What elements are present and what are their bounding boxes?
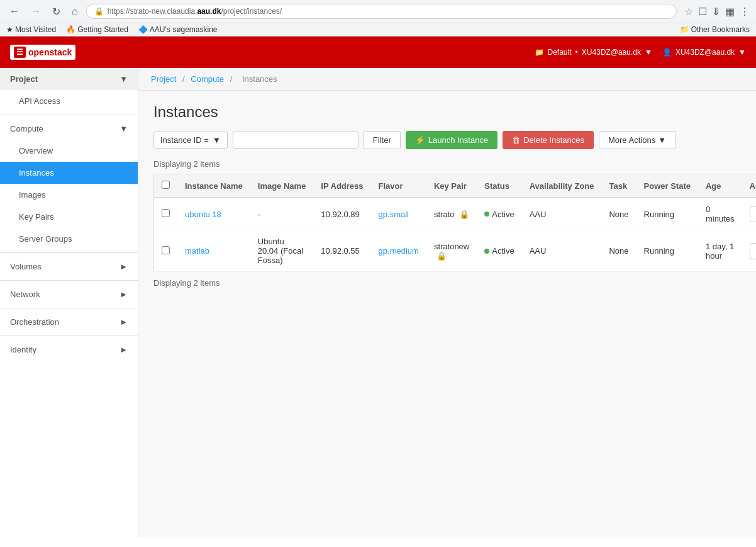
row1-flavor: gp.small <box>371 198 426 230</box>
th-flavor: Flavor <box>371 174 426 198</box>
filter-dropdown[interactable]: Instance ID = ▼ <box>153 132 228 149</box>
row2-create-snapshot-btn[interactable]: Create Snapshot <box>750 243 756 259</box>
bookmark-most-visited[interactable]: ★ Most Visited <box>6 25 56 34</box>
overview-label: Overview <box>19 146 53 155</box>
home-button[interactable]: ⌂ <box>69 4 81 18</box>
more-actions-chevron: ▼ <box>658 135 666 145</box>
sidebar-item-api-access[interactable]: API Access <box>0 90 138 112</box>
server-groups-label: Server Groups <box>19 234 72 244</box>
sidebar-item-overview[interactable]: Overview <box>0 140 138 162</box>
row2-key-pair: stratonew 🔒 <box>426 230 477 272</box>
breadcrumb-compute[interactable]: Compute <box>191 74 224 84</box>
select-all-checkbox[interactable] <box>162 181 170 189</box>
chevron-right-icon-identity: ► <box>120 345 128 354</box>
bookmark-getting-started[interactable]: 🔥 Getting Started <box>66 25 128 34</box>
separator-5 <box>0 336 138 336</box>
th-key-pair: Key Pair <box>426 174 477 198</box>
tab-grid-button[interactable]: ▦ <box>725 6 735 18</box>
compute-label: Compute <box>10 124 43 133</box>
dropdown-chevron-user: ▼ <box>738 48 746 57</box>
address-bar[interactable]: 🔒 https://strato-new.claaudia.aau.dk/pro… <box>86 4 677 19</box>
bookmark-star[interactable]: ☆ <box>684 6 693 18</box>
th-image-name: Image Name <box>250 174 314 198</box>
sidebar-item-images[interactable]: Images <box>0 184 138 206</box>
sidebar-item-orchestration[interactable]: Orchestration ► <box>0 311 138 333</box>
filter-dropdown-label: Instance ID = <box>160 135 209 145</box>
filter-dropdown-chevron: ▼ <box>213 135 221 145</box>
table-row: matlab Ubuntu 20.04 (Focal Fossa) 10.92.… <box>154 230 757 272</box>
volumes-label: Volumes <box>10 262 42 271</box>
instances-label: Instances <box>19 168 54 178</box>
row1-flavor-link[interactable]: gp.small <box>379 210 409 219</box>
main-layout: Project ▼ API Access Compute ▼ Overview … <box>0 68 756 537</box>
sidebar-item-instances[interactable]: Instances <box>0 162 138 184</box>
displaying-count-bottom: Displaying 2 items <box>153 278 741 288</box>
filter-input[interactable] <box>233 132 359 149</box>
row2-instance-link[interactable]: matlab <box>185 246 209 256</box>
status-dot-2 <box>484 249 489 254</box>
toolbar: Instance ID = ▼ Filter ⚡ Launch Instance… <box>153 131 741 149</box>
displaying-count-top: Displaying 2 items <box>153 159 741 169</box>
row1-checkbox[interactable] <box>162 209 170 217</box>
breadcrumb-project[interactable]: Project <box>151 74 176 84</box>
filter-btn-label: Filter <box>373 135 391 145</box>
orchestration-label: Orchestration <box>10 317 59 327</box>
more-actions-button[interactable]: More Actions ▼ <box>599 131 675 149</box>
extensions-button[interactable]: ☐ <box>698 6 707 18</box>
row1-instance-name: ubuntu 18 <box>177 198 250 230</box>
user-icon: 👤 <box>662 48 672 57</box>
user-env-selector[interactable]: 📁 Default • XU43DZ@aau.dk ▼ <box>535 48 652 57</box>
download-button[interactable]: ⇓ <box>712 6 720 18</box>
row2-status: Active <box>477 230 521 272</box>
row2-flavor-link[interactable]: gp.medium <box>379 246 419 256</box>
th-ip-address: IP Address <box>313 174 370 198</box>
separator-1 <box>0 115 138 115</box>
th-status: Status <box>477 174 521 198</box>
row1-status: Active <box>477 198 521 230</box>
sidebar-item-network[interactable]: Network ► <box>0 283 138 305</box>
row1-key-pair: strato 🔒 <box>426 198 477 230</box>
row2-task: None <box>601 230 636 272</box>
th-checkbox <box>154 174 178 198</box>
row1-image-name: - <box>250 198 314 230</box>
row2-checkbox[interactable] <box>162 246 170 254</box>
sidebar-item-key-pairs[interactable]: Key Pairs <box>0 206 138 228</box>
row1-checkbox-cell <box>154 198 178 230</box>
user-menu[interactable]: 👤 XU43DZ@aau.dk ▼ <box>662 48 746 57</box>
table-head: Instance Name Image Name IP Address Flav… <box>154 174 757 198</box>
row2-actions: Create Snapshot ▼ <box>742 230 756 272</box>
browser-toolbar: ← → ↻ ⌂ 🔒 https://strato-new.claaudia.aa… <box>0 0 756 23</box>
th-instance-name: Instance Name <box>177 174 250 198</box>
back-button[interactable]: ← <box>6 4 23 18</box>
th-task: Task <box>601 174 636 198</box>
sidebar-item-volumes[interactable]: Volumes ► <box>0 256 138 278</box>
delete-instances-button[interactable]: 🗑 Delete Instances <box>503 131 594 149</box>
row1-instance-link[interactable]: ubuntu 18 <box>185 210 221 219</box>
browser-chrome: ← → ↻ ⌂ 🔒 https://strato-new.claaudia.aa… <box>0 0 756 37</box>
row1-action-group: Create Snapshot ▼ <box>750 206 756 222</box>
launch-icon: ⚡ <box>415 135 425 145</box>
bookmark-aau-search[interactable]: 🔷 AAU's søgemaskine <box>138 25 218 34</box>
row1-actions: Create Snapshot ▼ <box>742 198 756 230</box>
sidebar-item-project[interactable]: Project ▼ <box>0 68 138 90</box>
user-top-right: XU43DZ@aau.dk <box>675 48 735 57</box>
table-body: ubuntu 18 - 10.92.0.89 gp.small strato 🔒 <box>154 198 757 272</box>
network-label: Network <box>10 290 40 299</box>
sidebar-item-identity[interactable]: Identity ► <box>0 339 138 361</box>
reload-button[interactable]: ↻ <box>49 4 64 19</box>
row2-az: AAU <box>522 230 602 272</box>
delete-btn-label: Delete Instances <box>523 135 584 145</box>
user-email-header: XU43DZ@aau.dk <box>582 48 641 57</box>
more-options-button[interactable]: ⋮ <box>740 6 750 18</box>
default-label: Default <box>548 48 572 57</box>
row1-az: AAU <box>522 198 602 230</box>
launch-instance-button[interactable]: ⚡ Launch Instance <box>406 131 498 149</box>
row2-instance-name: matlab <box>177 230 250 272</box>
filter-button[interactable]: Filter <box>364 131 401 149</box>
chevron-down-icon: ▼ <box>120 74 128 84</box>
forward-button[interactable]: → <box>28 4 44 18</box>
sidebar-item-server-groups[interactable]: Server Groups <box>0 228 138 250</box>
sidebar-item-compute[interactable]: Compute ▼ <box>0 118 138 140</box>
row1-create-snapshot-btn[interactable]: Create Snapshot <box>750 206 756 222</box>
bookmark-other[interactable]: 📁 Other Bookmarks <box>680 25 750 34</box>
